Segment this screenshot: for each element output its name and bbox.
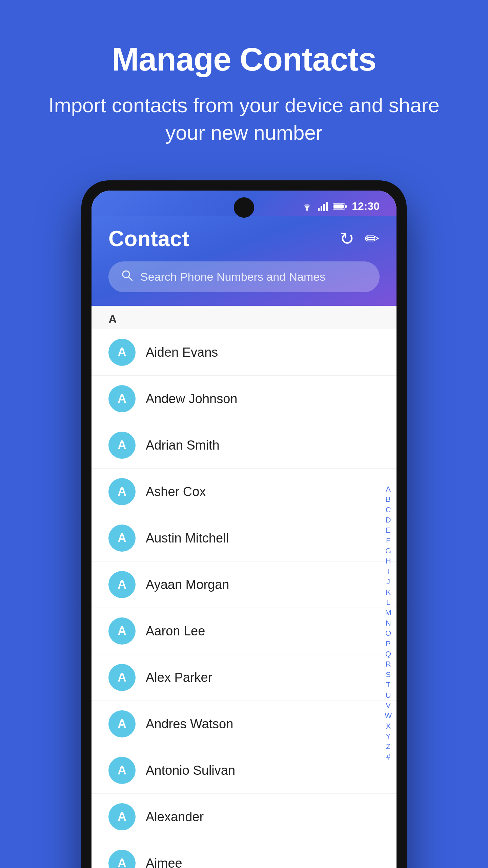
avatar: A <box>108 757 136 784</box>
status-time: 12:30 <box>352 200 380 213</box>
signal-icon <box>318 202 328 211</box>
status-icons: 12:30 <box>301 200 380 213</box>
avatar: A <box>108 710 136 737</box>
search-bar[interactable]: Search Phone Numbers and Names <box>108 261 380 292</box>
refresh-icon[interactable]: ↻ <box>340 229 354 249</box>
contacts-container: A Aiden Evans A Andew Johnson A Adrian S… <box>92 329 396 868</box>
avatar: A <box>108 664 136 691</box>
alphabet-letter[interactable]: R <box>384 659 392 669</box>
svg-point-0 <box>306 209 308 211</box>
avatar: A <box>108 525 136 552</box>
contact-screen-title: Contact <box>108 226 189 251</box>
alphabet-letter[interactable]: Z <box>385 742 392 751</box>
avatar: A <box>108 385 136 412</box>
alphabet-letter[interactable]: B <box>384 495 392 504</box>
alphabet-letter[interactable]: Q <box>384 649 392 659</box>
contact-name: Alexander <box>146 810 204 824</box>
alphabet-letter[interactable]: A <box>384 485 392 494</box>
contact-name: Andew Johnson <box>146 392 237 406</box>
svg-line-9 <box>128 277 132 280</box>
edit-icon[interactable]: ✏ <box>365 229 380 249</box>
contact-item[interactable]: A Aaron Lee <box>92 608 396 654</box>
section-letter-a: A <box>92 306 396 329</box>
alphabet-letter[interactable]: F <box>385 536 392 546</box>
contact-item[interactable]: A Asher Cox <box>92 469 396 515</box>
page-main-title: Manage Contacts <box>34 41 454 78</box>
alphabet-sidebar[interactable]: ABCDEFGHIJKLMNOPQRSTUVWXYZ# <box>383 306 393 868</box>
alphabet-letter[interactable]: W <box>383 711 393 721</box>
alphabet-letter[interactable]: N <box>384 618 392 628</box>
contact-item[interactable]: A Alexander <box>92 794 396 840</box>
alphabet-letter[interactable]: I <box>386 567 391 576</box>
svg-rect-3 <box>323 204 325 211</box>
svg-rect-2 <box>321 206 322 211</box>
contact-item[interactable]: A Alex Parker <box>92 654 396 701</box>
phone-frame: 12:30 Contact ↻ ✏ <box>81 180 407 868</box>
contact-name: Adrian Smith <box>146 438 220 453</box>
contact-name: Aiden Evans <box>146 345 218 360</box>
contact-name: Aaron Lee <box>146 624 205 638</box>
alphabet-letter[interactable]: O <box>384 629 392 638</box>
search-placeholder-text: Search Phone Numbers and Names <box>140 270 325 283</box>
alphabet-letter[interactable]: L <box>385 598 391 607</box>
contact-actions: ↻ ✏ <box>340 229 380 249</box>
battery-icon <box>333 203 347 210</box>
avatar: A <box>108 478 136 505</box>
alphabet-letter[interactable]: V <box>384 701 392 710</box>
contacts-list: A A Aiden Evans A Andew Johnson A Adrian… <box>92 306 396 868</box>
phone-screen: 12:30 Contact ↻ ✏ <box>92 191 396 868</box>
avatar: A <box>108 339 136 366</box>
avatar: A <box>108 803 136 830</box>
alphabet-letter[interactable]: C <box>384 505 392 515</box>
search-icon <box>121 269 134 285</box>
avatar: A <box>108 617 136 645</box>
svg-rect-7 <box>333 204 344 209</box>
contact-header: Contact ↻ ✏ Search Phone Numbers and Nam… <box>92 216 396 306</box>
alphabet-letter[interactable]: H <box>384 556 392 566</box>
contact-name: Asher Cox <box>146 485 206 499</box>
alphabet-letter[interactable]: J <box>385 577 391 587</box>
contact-item[interactable]: A Aiden Evans <box>92 329 396 376</box>
alphabet-letter[interactable]: K <box>384 588 392 597</box>
alphabet-letter[interactable]: X <box>384 722 392 731</box>
contact-name: Austin Mitchell <box>146 531 229 546</box>
svg-rect-6 <box>345 205 347 208</box>
wifi-icon <box>301 202 313 211</box>
svg-rect-4 <box>326 202 328 211</box>
alphabet-letter[interactable]: M <box>384 608 392 617</box>
contact-item[interactable]: A Andres Watson <box>92 701 396 747</box>
contact-name: Andres Watson <box>146 717 233 731</box>
alphabet-letter[interactable]: # <box>385 752 391 762</box>
alphabet-letter[interactable]: G <box>384 546 392 556</box>
contact-item[interactable]: A Adrian Smith <box>92 422 396 469</box>
svg-rect-1 <box>318 208 320 211</box>
header-section: Manage Contacts Import contacts from you… <box>0 0 488 167</box>
contact-item[interactable]: A Ayaan Morgan <box>92 561 396 608</box>
alphabet-letter[interactable]: S <box>384 670 392 679</box>
contact-item[interactable]: A Andew Johnson <box>92 376 396 422</box>
contact-name: Aimee <box>146 856 182 868</box>
avatar: A <box>108 850 136 868</box>
alphabet-letter[interactable]: E <box>384 526 392 535</box>
contact-item[interactable]: A Antonio Sulivan <box>92 747 396 794</box>
alphabet-letter[interactable]: T <box>385 680 392 690</box>
contact-item[interactable]: A Aimee <box>92 840 396 868</box>
avatar: A <box>108 432 136 459</box>
contact-name: Antonio Sulivan <box>146 763 235 778</box>
contact-title-row: Contact ↻ ✏ <box>108 226 380 251</box>
phone-wrapper: 12:30 Contact ↻ ✏ <box>81 180 407 868</box>
status-bar: 12:30 <box>92 191 396 216</box>
alphabet-letter[interactable]: P <box>384 639 392 649</box>
avatar: A <box>108 571 136 598</box>
alphabet-letter[interactable]: D <box>384 515 392 525</box>
contact-name: Alex Parker <box>146 670 212 685</box>
alphabet-letter[interactable]: Y <box>384 732 392 741</box>
page-subtitle: Import contacts from your device and sha… <box>34 92 454 146</box>
contact-name: Ayaan Morgan <box>146 577 229 592</box>
contact-item[interactable]: A Austin Mitchell <box>92 515 396 561</box>
alphabet-letter[interactable]: U <box>384 691 392 700</box>
notch <box>234 197 254 218</box>
